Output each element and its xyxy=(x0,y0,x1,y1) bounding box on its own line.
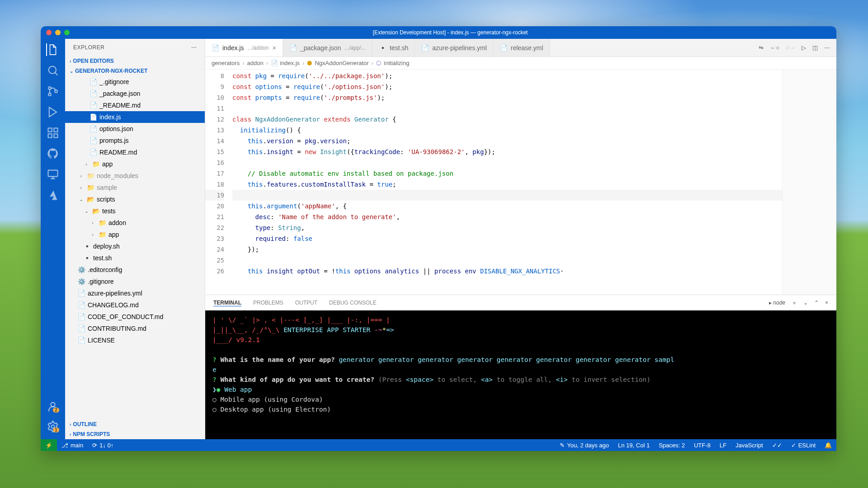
activity-bar: 2 1 xyxy=(41,39,65,439)
svg-point-1 xyxy=(48,87,51,89)
breadcrumb[interactable]: generators› addon› 📄index.js› ⬢NgxAddonG… xyxy=(205,57,836,70)
close-icon[interactable]: × xyxy=(272,44,276,52)
split-terminal-icon[interactable]: ⌄ xyxy=(803,300,808,306)
status-bar: ⚡ ⎇ main ⟳ 1↓ 0↑ ✎ You, 2 days ago Ln 19… xyxy=(41,439,836,451)
remote-icon[interactable] xyxy=(47,168,59,181)
npm-scripts-section[interactable]: ›NPM SCRIPTS xyxy=(65,429,205,439)
search-icon[interactable] xyxy=(47,64,59,77)
open-editors-section[interactable]: ›OPEN EDITORS xyxy=(65,56,205,66)
folder-item[interactable]: ⌄📂scripts xyxy=(65,193,205,205)
code-content[interactable]: const pkg = require('../../package.json'… xyxy=(232,70,782,295)
tab-output[interactable]: OUTPUT xyxy=(295,300,317,306)
github-icon[interactable] xyxy=(47,147,59,160)
sidebar: EXPLORER ⋯ ›OPEN EDITORS ⌄GENERATOR-NGX-… xyxy=(65,39,205,439)
terminal-content[interactable]: | ' \/ _` |> , < |---< [_,_] |___ |-:, |… xyxy=(205,310,836,439)
more-icon[interactable]: ⋯ xyxy=(191,44,197,51)
git-branch[interactable]: ⎇ main xyxy=(57,442,88,449)
file-item[interactable]: 📄CODE_OF_CONDUCT.md xyxy=(65,311,205,323)
editor[interactable]: 891011121314151617181920212223242526 con… xyxy=(205,70,836,295)
svg-rect-5 xyxy=(54,128,57,132)
minimap[interactable] xyxy=(782,70,836,295)
file-tree: 📄_.gitignore 📄_package.json 📄_README.md … xyxy=(65,76,205,419)
new-terminal-icon[interactable]: ＋ xyxy=(792,299,797,307)
tab-terminal[interactable]: TERMINAL xyxy=(213,300,241,306)
svg-point-9 xyxy=(51,403,55,407)
maximize-window-icon[interactable] xyxy=(64,30,70,35)
minimize-window-icon[interactable] xyxy=(55,30,61,35)
run-icon[interactable]: ▷ xyxy=(802,44,806,51)
outline-section[interactable]: ›OUTLINE xyxy=(65,419,205,429)
split-icon[interactable]: ◫ xyxy=(812,44,818,51)
settings-gear-icon[interactable]: 1 xyxy=(47,420,59,433)
file-item[interactable]: 📄options.json xyxy=(65,123,205,135)
accounts-icon[interactable]: 2 xyxy=(47,400,59,413)
nav-back-icon[interactable]: ←○ xyxy=(770,44,779,51)
svg-point-2 xyxy=(48,93,51,96)
project-section[interactable]: ⌄GENERATOR-NGX-ROCKET xyxy=(65,66,205,76)
maximize-panel-icon[interactable]: ⌃ xyxy=(814,300,819,306)
explorer-icon[interactable] xyxy=(46,43,59,56)
file-item[interactable]: ▪️test.sh xyxy=(65,252,205,264)
tab-azure[interactable]: 📄azure-pipelines.yml xyxy=(415,39,494,56)
more-icon[interactable]: ⋯ xyxy=(824,44,830,51)
file-item[interactable]: ⚙️.editorconfig xyxy=(65,264,205,276)
file-item[interactable]: 📄LICENSE xyxy=(65,334,205,346)
nav-fwd-icon[interactable]: ○→ xyxy=(786,44,795,51)
folder-item[interactable]: ›📁app xyxy=(65,158,205,170)
panel-tabs: TERMINAL PROBLEMS OUTPUT DEBUG CONSOLE ▸… xyxy=(205,295,836,310)
azure-icon[interactable] xyxy=(47,189,59,202)
vscode-window: [Extension Development Host] - index.js … xyxy=(41,26,836,451)
file-item[interactable]: 📄README.md xyxy=(65,146,205,158)
notifications-icon[interactable]: 🔔 xyxy=(820,442,836,449)
tab-problems[interactable]: PROBLEMS xyxy=(253,300,283,306)
file-item[interactable]: 📄prompts.js xyxy=(65,135,205,146)
git-sync[interactable]: ⟳ 1↓ 0↑ xyxy=(88,442,118,449)
file-item[interactable]: 📄CONTRIBUTING.md xyxy=(65,323,205,334)
file-item[interactable]: 📄_package.json xyxy=(65,88,205,99)
folder-item[interactable]: ›📁app xyxy=(65,229,205,240)
tab-test[interactable]: ▪️test.sh xyxy=(373,39,415,56)
file-item[interactable]: ▪️deploy.sh xyxy=(65,240,205,252)
bottom-panel: TERMINAL PROBLEMS OUTPUT DEBUG CONSOLE ▸… xyxy=(205,295,836,439)
encoding[interactable]: UTF-8 xyxy=(689,442,715,449)
svg-point-0 xyxy=(49,66,56,74)
prettier[interactable]: ✓✓ xyxy=(768,442,787,449)
file-item[interactable]: 📄_README.md xyxy=(65,99,205,111)
window-title: [Extension Development Host] - index.js … xyxy=(70,29,831,36)
folder-item[interactable]: ⌄📂tests xyxy=(65,205,205,217)
run-debug-icon[interactable] xyxy=(47,106,59,118)
editor-group: 📄index.js.../addon× 📄_package.json.../ap… xyxy=(205,39,836,439)
file-item[interactable]: 📄CHANGELOG.md xyxy=(65,299,205,311)
tab-release[interactable]: 📄release.yml xyxy=(494,39,550,56)
svg-rect-6 xyxy=(48,134,52,137)
eol[interactable]: LF xyxy=(715,442,731,449)
indent[interactable]: Spaces: 2 xyxy=(654,442,689,449)
tab-debug-console[interactable]: DEBUG CONSOLE xyxy=(329,300,377,306)
file-item[interactable]: 📄azure-pipelines.yml xyxy=(65,287,205,299)
titlebar[interactable]: [Extension Development Host] - index.js … xyxy=(41,26,836,39)
line-gutter: 891011121314151617181920212223242526 xyxy=(205,70,232,295)
editor-tabs: 📄index.js.../addon× 📄_package.json.../ap… xyxy=(205,39,836,57)
folder-item[interactable]: ›📁node_modules xyxy=(65,170,205,182)
tab-index[interactable]: 📄index.js.../addon× xyxy=(205,39,283,56)
remote-indicator[interactable]: ⚡ xyxy=(41,439,57,451)
file-item[interactable]: 📄_.gitignore xyxy=(65,76,205,88)
extensions-icon[interactable] xyxy=(47,127,59,139)
file-item-active[interactable]: 📄index.js xyxy=(65,111,205,123)
tab-package[interactable]: 📄_package.json.../app/... xyxy=(283,39,373,56)
close-window-icon[interactable] xyxy=(46,30,52,35)
folder-item[interactable]: ›📁sample xyxy=(65,182,205,193)
close-panel-icon[interactable]: × xyxy=(825,300,828,306)
cursor-position[interactable]: Ln 19, Col 1 xyxy=(613,442,654,449)
eslint[interactable]: ✓ ESLint xyxy=(787,442,820,449)
source-control-icon[interactable] xyxy=(47,85,59,98)
traffic-lights xyxy=(46,30,70,35)
svg-rect-8 xyxy=(48,170,58,177)
file-item[interactable]: ⚙️.gitignore xyxy=(65,276,205,287)
git-blame[interactable]: ✎ You, 2 days ago xyxy=(555,442,613,449)
svg-rect-4 xyxy=(48,128,52,132)
terminal-shell[interactable]: ▸ node xyxy=(769,300,785,306)
language-mode[interactable]: JavaScript xyxy=(731,442,768,449)
folder-item[interactable]: ›📁addon xyxy=(65,217,205,229)
compare-icon[interactable]: ⇋ xyxy=(759,44,764,51)
